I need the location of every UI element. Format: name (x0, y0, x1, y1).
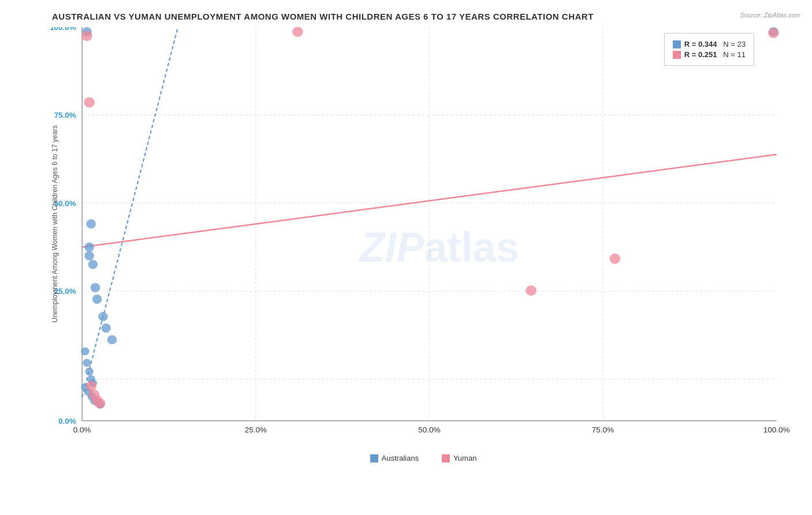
svg-point-43 (81, 31, 92, 41)
legend-r-blue: R = 0.344 N = 23 (684, 40, 746, 48)
svg-text:50.0%: 50.0% (418, 426, 440, 434)
svg-text:75.0%: 75.0% (592, 426, 614, 434)
bottom-legend-australians: Australians (370, 454, 419, 462)
svg-point-36 (88, 260, 98, 269)
svg-point-34 (86, 219, 96, 229)
svg-text:0.0%: 0.0% (73, 426, 91, 434)
svg-point-47 (609, 253, 620, 264)
svg-point-24 (83, 359, 91, 367)
svg-text:0.0%: 0.0% (58, 417, 76, 426)
svg-point-25 (85, 368, 94, 376)
scatter-chart: 100.0% 75.0% 50.0% 25.0% 0.0% 0.0% 25.0%… (46, 27, 800, 467)
svg-text:Unemployment Among Women with : Unemployment Among Women with Children A… (50, 125, 58, 323)
svg-point-52 (95, 398, 106, 409)
chart-container: AUSTRALIAN VS YUMAN UNEMPLOYMENT AMONG W… (0, 0, 812, 515)
svg-text:25.0%: 25.0% (245, 426, 267, 434)
svg-point-22 (84, 242, 94, 252)
svg-point-44 (84, 97, 95, 107)
svg-point-48 (526, 285, 537, 296)
bottom-legend-label-yuman: Yuman (453, 454, 476, 462)
legend-row-blue: R = 0.344 N = 23 (673, 40, 746, 48)
svg-point-45 (292, 27, 303, 37)
bottom-legend-label-australians: Australians (382, 454, 419, 462)
svg-point-23 (81, 347, 90, 355)
svg-line-20 (82, 27, 178, 398)
svg-point-41 (107, 335, 117, 344)
bottom-legend-yuman: Yuman (442, 454, 476, 462)
svg-text:100.0%: 100.0% (50, 27, 76, 32)
source-text: Source: ZipAtlas.com (740, 12, 800, 18)
chart-area: ZIPatlas R = 0.344 N = 23 R = 0.251 N = … (46, 27, 800, 467)
legend-row-pink: R = 0.251 N = 11 (673, 50, 746, 59)
svg-point-37 (91, 283, 100, 292)
svg-point-38 (92, 294, 102, 304)
bottom-legend-square-pink (442, 454, 450, 462)
legend-square-blue (673, 40, 681, 48)
legend-r-pink: R = 0.251 N = 11 (684, 50, 746, 59)
bottom-legend: Australians Yuman (46, 454, 800, 462)
legend-box: R = 0.344 N = 23 R = 0.251 N = 11 (664, 33, 754, 66)
svg-point-39 (98, 312, 108, 321)
svg-text:100.0%: 100.0% (763, 426, 790, 434)
bottom-legend-square-blue (370, 454, 378, 462)
svg-point-40 (101, 323, 111, 333)
svg-point-46 (768, 28, 779, 38)
svg-point-35 (84, 251, 94, 260)
svg-text:75.0%: 75.0% (54, 111, 76, 120)
legend-square-pink (673, 51, 681, 59)
chart-title: AUSTRALIAN VS YUMAN UNEMPLOYMENT AMONG W… (46, 12, 800, 21)
